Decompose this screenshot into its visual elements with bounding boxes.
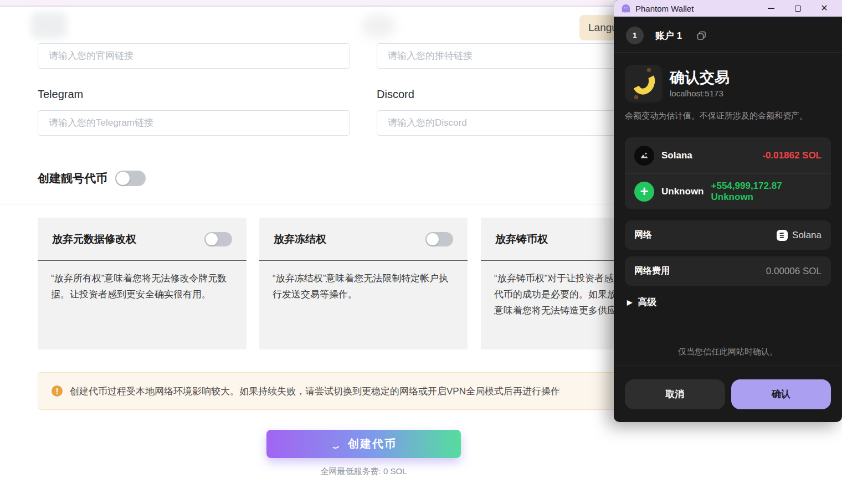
maximize-icon [795,6,801,12]
toggle-knob [116,172,130,185]
transaction-title: 确认交易 [670,69,730,86]
wallet-footer: 取消 确认 [614,366,842,422]
asset-amount-positive: +554,999,172.87 Unknown [711,181,822,203]
toggle-knob [206,233,218,245]
phantom-ghost-icon [620,3,631,14]
chevron-right-icon: ▶ [627,299,632,306]
phantom-wallet-window: Phantom Wallet ✕ 1 账户 1 确认交易 localhost:5… [614,0,842,422]
copy-address-icon[interactable] [697,31,706,40]
token-image-placeholder-icon [634,146,654,166]
revoke-metadata-card: 放弃元数据修改权 “放弃所有权”意味着您将无法修改令牌元数据。让投资者感到更安全… [38,218,247,349]
create-token-label: 创建代币 [348,436,397,451]
network-value: Solana [777,230,822,241]
faded-close-blob [361,13,396,39]
network-fee-label: 网络费用 [634,265,766,277]
warning-icon: ! [52,385,63,397]
revoke-metadata-title: 放弃元数据修改权 [52,232,136,246]
website-input[interactable] [38,43,350,69]
revoke-freeze-toggle[interactable] [425,232,453,246]
warning-text: 创建代币过程受本地网络环境影响较大。如果持续失败，请尝试切换到更稳定的网络或开启… [70,385,560,398]
network-warning-banner: ! 创建代币过程受本地网络环境影响较大。如果持续失败，请尝试切换到更稳定的网络或… [38,372,690,410]
section-divider [0,204,690,204]
revoke-freeze-card: 放弃冻结权 “放弃冻结权”意味着您无法限制特定帐户执行发送交易等操作。 [259,218,468,349]
network-label: 网络 [634,229,777,241]
solana-logo-icon [777,230,788,241]
revoke-metadata-toggle[interactable] [204,232,232,246]
toggle-knob [427,233,439,245]
minimize-button[interactable] [760,0,782,17]
telegram-input[interactable] [38,110,350,136]
advanced-toggle[interactable]: ▶ 高级 [627,296,656,308]
revoke-metadata-description: “放弃所有权”意味着您将无法修改令牌元数据。让投资者感到更安全确实很有用。 [38,261,247,302]
minimize-icon [768,8,774,9]
close-icon: ✕ [820,4,828,13]
vanity-token-row: 创建靓号代币 [38,171,146,186]
revoke-freeze-title: 放弃冻结权 [274,232,326,246]
balance-changes-panel: Solana -0.01862 SOL + Unknown +554,999,1… [625,137,831,209]
revoke-mint-title: 放弃铸币权 [495,232,548,246]
close-button[interactable]: ✕ [813,0,835,17]
vanity-token-toggle[interactable] [115,171,146,186]
dapp-banana-icon [625,65,663,102]
network-panel: 网络 Solana [625,220,831,250]
cancel-button[interactable]: 取消 [625,379,725,409]
advanced-label: 高级 [638,296,656,308]
balance-row-unknown: + Unknown +554,999,172.87 Unknown [625,173,831,209]
create-token-button[interactable]: 创建代币 [266,430,461,458]
account-row[interactable]: 1 账户 1 [614,17,842,53]
loading-spinner-icon [330,439,341,449]
transaction-origin: localhost:5173 [670,89,730,98]
wallet-window-title: Phantom Wallet [635,4,756,13]
discord-label: Discord [377,88,414,101]
service-fee-note: 全网最低服务费: 0 SOL [266,466,461,477]
asset-amount-negative: -0.01862 SOL [762,150,822,161]
maximize-button[interactable] [787,0,809,17]
telegram-label: Telegram [38,88,83,101]
revoke-freeze-description: “放弃冻结权”意味着您无法限制特定帐户执行发送交易等操作。 [259,261,468,302]
trust-note: 仅当您信任此网站时确认。 [614,347,842,357]
network-fee-value: 0.00006 SOL [766,266,822,277]
balance-disclaimer: 余额变动为估计值。不保证所涉及的金额和资产。 [614,102,842,121]
asset-name: Unknown [661,186,704,197]
network-fee-panel: 网络费用 0.00006 SOL [625,256,831,286]
account-name: 账户 1 [655,29,682,42]
account-avatar: 1 [626,27,644,44]
wallet-titlebar: Phantom Wallet ✕ [614,0,842,17]
balance-row-solana: Solana -0.01862 SOL [625,137,831,173]
confirm-button[interactable]: 确认 [731,379,831,409]
faded-toast-blob [30,12,67,39]
plus-token-icon: + [634,182,654,202]
transaction-header: 确认交易 localhost:5173 [614,53,842,102]
vanity-token-label: 创建靓号代币 [38,171,107,186]
asset-name: Solana [661,150,755,161]
